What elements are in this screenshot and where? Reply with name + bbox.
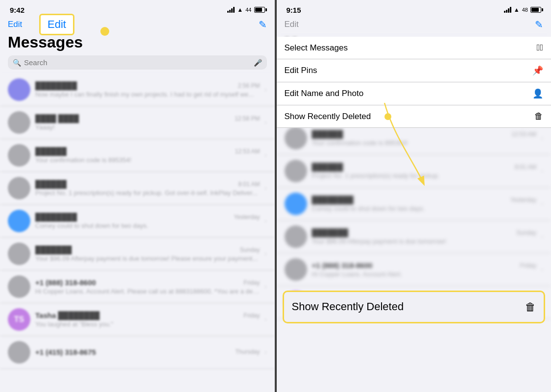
list-item: ██████8:01 AM Project No. 1 prescription… (277, 155, 551, 188)
message-list-left: ████████2:56 PM Now maybe I can finally … (0, 74, 275, 392)
chevron-icon: › (265, 316, 267, 323)
battery-icon-left (254, 7, 265, 13)
avatar (8, 78, 30, 101)
highlighted-recently-deleted-box[interactable]: Show Recently Deleted 🗑 (283, 291, 546, 323)
chevron-icon: › (541, 200, 543, 207)
status-time-right: 9:15 (287, 6, 301, 14)
msg-content: ██████12:53 AM Your confirmation code is… (35, 147, 260, 164)
chevron-icon: › (541, 135, 543, 142)
select-messages-label: Select Messages (285, 43, 348, 53)
list-item: ███████Sunday Your $96.09 Afterpay payme… (277, 220, 551, 253)
avatar (285, 127, 307, 149)
dropdown-item-recently-deleted-menu[interactable]: Show Recently Deleted 🗑 (277, 105, 551, 127)
mic-icon-left[interactable]: 🎤 (254, 59, 262, 67)
search-input-left[interactable] (24, 58, 251, 67)
avatar (285, 160, 307, 182)
person-circle-icon: 👤 (532, 88, 543, 99)
status-icons-left: ▲ 44 (227, 6, 264, 13)
msg-content: ████████2:56 PM Now maybe I can finally … (35, 81, 260, 98)
battery-text-right: 48 (522, 7, 528, 13)
status-icons-right: ▲ 48 (504, 6, 541, 13)
search-bar-left[interactable]: 🔍 🎤 (8, 55, 267, 70)
list-item[interactable]: ██████12:53 AM Your confirmation code is… (0, 139, 275, 172)
edit-pins-label: Edit Pins (285, 66, 317, 75)
callout-label: Edit (48, 18, 66, 30)
list-item[interactable]: ████████Yesterday Comey could to shut do… (0, 205, 275, 238)
msg-content: +1 (888) 318-8600Friday Hi Copper Loans.… (35, 278, 260, 295)
list-item[interactable]: ████ ████12:58 PM Yaaay! › (0, 106, 275, 139)
trash-icon-highlighted: 🗑 (525, 301, 536, 314)
header-right: Edit ✎ (277, 18, 551, 33)
avatar (8, 243, 30, 265)
avatar (8, 341, 30, 364)
list-item[interactable]: TS Tasha ████████Friday You laughed at "… (0, 303, 275, 336)
avatar: TS (8, 308, 30, 331)
messages-title: Messages (8, 33, 267, 51)
avatar (8, 210, 30, 232)
edit-button-right[interactable]: Edit (285, 20, 299, 29)
battery-icon-right (530, 7, 541, 13)
signal-icon (227, 7, 235, 13)
msg-content: ███████Sunday Your $96.09 Afterpay payme… (35, 245, 260, 262)
dot-annotation-right (384, 113, 391, 120)
left-phone: 9:42 ▲ 44 Edit ✎ Edit Messages 🔍 (0, 0, 275, 392)
list-item[interactable]: ████████2:56 PM Now maybe I can finally … (0, 74, 275, 106)
chevron-icon: › (541, 168, 543, 174)
avatar (285, 225, 307, 248)
msg-content: ████████Yesterday Comey could to shut do… (35, 213, 260, 229)
chevron-icon: › (265, 86, 267, 93)
msg-content: ████ ████12:58 PM Yaaay! (35, 114, 260, 131)
signal-icon-right (504, 7, 511, 13)
trash-icon-menu: 🗑 (534, 111, 543, 122)
edit-name-label: Edit Name and Photo (285, 89, 364, 98)
chevron-icon: › (265, 283, 267, 290)
chevron-icon: › (541, 266, 543, 273)
search-icon-left: 🔍 (13, 59, 21, 67)
avatar (8, 111, 30, 134)
status-time-left: 9:42 (10, 6, 24, 14)
list-item[interactable]: ██████8:01 AM Project No. 1 prescription… (0, 172, 275, 205)
list-item[interactable]: +1 (888) 318-8600Friday Hi Copper Loans.… (0, 270, 275, 303)
avatar (8, 144, 30, 167)
highlighted-recently-deleted-label: Show Recently Deleted (292, 300, 404, 314)
compose-icon-left[interactable]: ✎ (259, 19, 267, 30)
dropdown-item-edit-name[interactable]: Edit Name and Photo 👤 (277, 82, 551, 105)
callout-box: Edit (39, 14, 74, 35)
msg-content: ███████Sunday Your $96.09 Afterpay payme… (312, 228, 537, 245)
chevron-icon: › (265, 119, 267, 126)
recently-deleted-label-menu: Show Recently Deleted (285, 112, 371, 122)
avatar (8, 177, 30, 199)
chevron-icon: › (265, 185, 267, 192)
chevron-icon: › (265, 152, 267, 159)
checkmark-circle-icon: ✓⃝ (537, 43, 543, 53)
msg-content: Tasha ████████Friday You laughed at "Ble… (35, 311, 260, 328)
dropdown-item-edit-pins[interactable]: Edit Pins 📌 (277, 59, 551, 82)
msg-content: ██████8:01 AM Project No. 1 prescription… (312, 163, 537, 179)
msg-content: +1 (415) 318-8675Thursday (35, 348, 260, 357)
avatar (8, 275, 30, 298)
pin-icon: 📌 (532, 65, 543, 76)
edit-button-left[interactable]: Edit (8, 20, 22, 29)
chevron-icon: › (541, 233, 543, 240)
wifi-icon-right: ▲ (514, 6, 520, 13)
msg-content: ██████8:01 AM Project No. 1 prescription… (35, 180, 260, 196)
list-item[interactable]: ███████Sunday Your $96.09 Afterpay payme… (0, 238, 275, 270)
dropdown-item-select-messages[interactable]: Select Messages ✓⃝ (277, 37, 551, 59)
avatar (285, 193, 307, 215)
wifi-icon: ▲ (237, 6, 243, 13)
page-title-left: Messages (0, 33, 275, 55)
battery-text-left: 44 (245, 7, 251, 13)
chevron-icon: › (265, 349, 267, 356)
avatar (285, 258, 307, 281)
right-phone: 9:15 ▲ 48 Edit ✎ Messages Select Message… (276, 0, 551, 392)
list-item[interactable]: +1 (415) 318-8675Thursday › (0, 336, 275, 369)
msg-content: ████████Yesterday Comey could to shut do… (312, 196, 537, 212)
dot-annotation-left (100, 27, 109, 36)
msg-content: +1 (888) 318-8600Friday Hi Copper Loans.… (312, 261, 537, 278)
list-item: +1 (888) 318-8600Friday Hi Copper Loans.… (277, 253, 551, 286)
compose-icon-right[interactable]: ✎ (535, 19, 543, 30)
chevron-icon: › (265, 250, 267, 257)
chevron-icon: › (265, 218, 267, 224)
dropdown-menu: Select Messages ✓⃝ Edit Pins 📌 Edit Name… (277, 37, 551, 128)
status-bar-right: 9:15 ▲ 48 (277, 0, 551, 18)
